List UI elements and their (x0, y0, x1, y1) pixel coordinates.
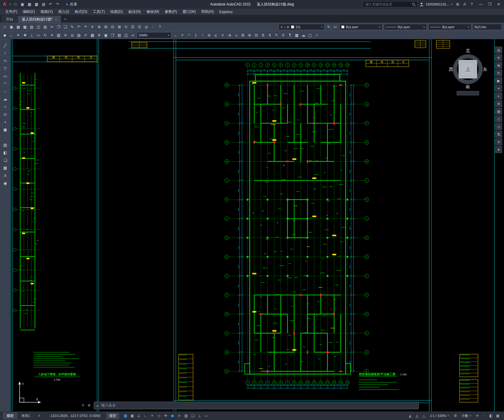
layout1-tab[interactable]: 布局1 (18, 412, 34, 419)
polar-icon[interactable]: ✶ (149, 413, 156, 419)
menu-item[interactable]: 工具(T) (90, 9, 108, 15)
open-icon[interactable]: ▣ (19, 1, 26, 8)
zoom-window-icon[interactable]: ⊞ (103, 24, 109, 30)
dim-angular-icon[interactable]: ∠ (213, 32, 219, 39)
view-top-icon[interactable]: ◓ (495, 85, 502, 92)
close-commandline-icon[interactable]: ✕ (80, 402, 86, 409)
lineweight-combo[interactable]: ByLayer (428, 24, 471, 30)
gradient-tool-icon[interactable]: ◧ (2, 149, 9, 156)
attach-image-icon[interactable]: ▧ (116, 32, 123, 39)
dim-continue-icon[interactable]: ⇉ (226, 32, 233, 39)
pan-icon[interactable]: ✛ (89, 24, 96, 30)
save-all-icon[interactable]: ▩ (22, 24, 28, 30)
snap-mode-icon[interactable]: ▣ (129, 413, 135, 419)
layer-isolate-icon[interactable]: ◎ (143, 24, 150, 30)
mtext-tool-icon[interactable]: A (2, 172, 9, 179)
isometric-icon[interactable]: ◇ (495, 123, 502, 130)
dim-break-icon[interactable]: ⊟ (253, 32, 260, 39)
restore-button[interactable]: ❐ (486, 1, 494, 8)
osnap-settings-icon[interactable]: ◆ (2, 32, 8, 39)
revcloud-tool-icon[interactable]: ☁ (2, 96, 9, 102)
transparency-icon[interactable]: ▨ (183, 413, 189, 419)
linetype-combo[interactable]: ByLayer (384, 24, 427, 30)
tab-start[interactable]: 开始 (2, 16, 17, 23)
steering-icon[interactable]: ◍ (495, 108, 502, 115)
named-views-icon[interactable]: ▭ (35, 32, 42, 39)
construction-line-icon[interactable]: ∕ (2, 50, 9, 56)
autoscale-icon[interactable]: ◬ (414, 413, 420, 419)
search-input[interactable] (365, 2, 411, 6)
walk-nav-icon[interactable]: ≋ (495, 100, 502, 107)
viewport-icon[interactable]: □ (495, 115, 502, 122)
menu-item[interactable]: 视图(V) (38, 9, 55, 15)
assistant-a-icon[interactable]: A (461, 1, 468, 8)
redo-icon[interactable]: ↷ (82, 24, 89, 30)
account-person-icon[interactable] (419, 2, 424, 6)
match-properties-icon[interactable]: ✎ (69, 24, 75, 30)
region-tool-icon[interactable]: ❏ (2, 157, 9, 163)
polygon-tool-icon[interactable]: ▽ (2, 65, 9, 72)
line-tool-icon[interactable]: ╱ (2, 42, 9, 49)
lineweight-display-icon[interactable]: ≡ (176, 413, 183, 419)
cut-icon[interactable]: ✂ (49, 24, 55, 30)
hyperlink-icon[interactable]: ∞ (130, 32, 136, 39)
table-icon[interactable]: ▦ (294, 32, 300, 39)
table-tool-icon[interactable]: ▦ (2, 164, 9, 171)
status-tray-icon[interactable]: ✛ (474, 413, 481, 419)
rectangle-tool-icon[interactable]: ▭ (2, 73, 9, 79)
autocad-logo[interactable]: A (1, 2, 8, 7)
steering-wheel-icon[interactable]: ◎ (69, 32, 75, 39)
dim-space-icon[interactable]: ⇅ (260, 32, 266, 39)
tolerance-icon[interactable]: ⊞ (240, 32, 246, 39)
plotstyle-box[interactable]: ByColor (473, 24, 502, 30)
copy-clip-icon[interactable]: ❐ (55, 24, 62, 30)
qnew-icon[interactable]: □ (2, 24, 8, 30)
new-tab-button[interactable]: + (62, 16, 69, 23)
annotation-scale-control[interactable]: 1:1 / 100% (428, 414, 451, 418)
external-reference-icon[interactable]: ❒ (109, 32, 116, 39)
selection-cycling-icon[interactable]: ❏ (189, 413, 196, 419)
share-button[interactable]: ➤ 共享 (64, 2, 79, 7)
osnap-icon[interactable]: ◆ (169, 413, 176, 419)
save-as-icon[interactable]: ▩ (33, 1, 40, 8)
save-icon[interactable]: ▦ (26, 1, 33, 8)
redo-icon[interactable]: ↷ (55, 1, 61, 8)
publish-icon[interactable]: ▥ (42, 24, 48, 30)
make-object-layer-current-icon[interactable]: ✎ (325, 24, 332, 30)
color-combo[interactable]: ByLayer (339, 24, 382, 30)
dim-arc-icon[interactable]: ◠ (186, 32, 192, 39)
isolate-objects-icon[interactable]: ◌ (481, 413, 487, 419)
revcloud-icon[interactable]: ☁ (300, 32, 307, 39)
ortho-mode-icon[interactable]: ∟ (8, 32, 15, 39)
account-id[interactable]: 15059991135... (426, 2, 449, 6)
grid-display-icon[interactable]: ▦ (122, 413, 129, 419)
menu-item[interactable]: 插入(I) (55, 9, 72, 15)
zoom-realtime-icon[interactable]: ⊕ (96, 24, 102, 30)
center-mark-icon[interactable]: ⊕ (246, 32, 253, 39)
layer-unisolate-icon[interactable]: ◌ (150, 24, 156, 30)
model-tab[interactable]: 模型 (3, 412, 17, 419)
workspace-switching-icon[interactable]: ⚙ (452, 413, 459, 419)
plot-preview-icon[interactable]: ◫ (35, 24, 42, 30)
full-navigation-wheel-icon[interactable]: ◎ (495, 47, 502, 54)
layer-properties-icon[interactable]: ☰ (130, 24, 136, 30)
mtext-icon[interactable]: ¶ (287, 32, 293, 39)
tab-close-icon[interactable]: × (55, 17, 57, 21)
quick-calc-icon[interactable]: ▦ (89, 32, 96, 39)
layer-previous-icon[interactable]: ↩ (332, 24, 339, 30)
otrack-icon[interactable]: ✚ (162, 413, 169, 419)
graphics-performance-icon[interactable]: ◧ (487, 413, 494, 419)
cart-icon[interactable]: ⊞ (454, 1, 461, 8)
dim-baseline-icon[interactable]: ≡ (219, 32, 226, 39)
dim-radius-icon[interactable]: ◔ (199, 32, 206, 39)
ole-object-icon[interactable]: ◫ (123, 32, 129, 39)
close-button[interactable]: ✕ (495, 1, 503, 8)
swap-view-icon[interactable]: ⇅ (495, 131, 502, 138)
command-input[interactable]: ▸ 键入命令 (94, 402, 419, 409)
isodraft-icon[interactable]: ◇ (156, 413, 162, 419)
single-text-icon[interactable]: A (280, 32, 286, 39)
annotation-scale-flag-icon[interactable]: △ (420, 413, 427, 419)
hatch-tool-icon[interactable]: ▨ (2, 141, 9, 148)
block-editor-icon[interactable]: ▣ (103, 32, 109, 39)
menu-item[interactable]: 参数(P) (162, 9, 180, 15)
